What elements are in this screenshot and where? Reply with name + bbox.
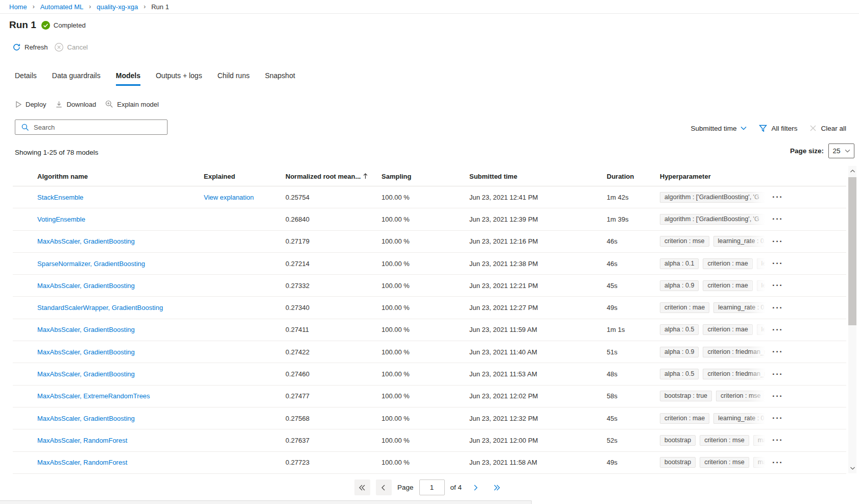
hyperparameter-pill: algorithm : ['GradientBoosting', 'G [660, 192, 770, 203]
submitted-time-filter[interactable]: Submitted time [690, 125, 747, 132]
table-row[interactable]: StackEnsembleView explanation0.25754100.… [13, 186, 846, 208]
sampling-value: 100.00 % [381, 386, 410, 407]
scroll-up-arrow-icon[interactable] [848, 167, 856, 175]
hyperparameter-pill: max [753, 457, 770, 468]
table-row[interactable]: MaxAbsScaler, ExtremeRandomTrees0.274771… [13, 386, 846, 407]
more-options-icon[interactable]: ··· [772, 341, 783, 363]
metric-value: 0.27214 [285, 253, 309, 274]
hyperparameter-pill: bootstrap : true [660, 391, 712, 401]
results-summary: Showing 1-25 of 78 models [15, 149, 99, 156]
search-box[interactable] [15, 119, 168, 135]
more-options-icon[interactable]: ··· [772, 429, 783, 451]
first-page-button[interactable] [354, 479, 370, 495]
tab-snapshot[interactable]: Snapshot [265, 71, 295, 86]
deploy-button[interactable]: Deploy [15, 101, 46, 108]
metric-value: 0.26840 [285, 208, 309, 230]
table-row[interactable]: MaxAbsScaler, GradientBoosting0.27332100… [13, 275, 846, 297]
column-header-normalized-root-mean[interactable]: Normalized root mean... [285, 166, 368, 186]
algorithm-name-link[interactable]: SparseNormalizer, GradientBoosting [37, 253, 145, 274]
table-row[interactable]: StandardScalerWrapper, GradientBoosting0… [13, 297, 846, 319]
hyperparameter-pills: criterion : mselearning_rate : 0.0 [660, 231, 770, 252]
table-row[interactable]: VotingEnsemble0.26840100.00 %Jun 23, 202… [13, 208, 846, 230]
breadcrumb-automated-ml[interactable]: Automated ML [40, 3, 84, 11]
breadcrumb-experiment[interactable]: quality-xg-xga [97, 3, 138, 11]
table-row[interactable]: MaxAbsScaler, GradientBoosting0.27460100… [13, 363, 846, 385]
algorithm-name-link[interactable]: MaxAbsScaler, GradientBoosting [37, 407, 135, 429]
more-options-icon[interactable]: ··· [772, 386, 783, 407]
table-row[interactable]: MaxAbsScaler, GradientBoosting0.27568100… [13, 407, 846, 429]
vertical-scrollbar[interactable] [848, 166, 856, 473]
column-header-sampling[interactable]: Sampling [381, 166, 412, 186]
table-row[interactable]: SparseNormalizer, GradientBoosting0.2721… [13, 253, 846, 275]
hyperparameter-pill: criterion : mae [660, 413, 709, 424]
clear-all-button[interactable]: Clear all [809, 125, 846, 132]
table-header: Algorithm name Explained Normalized root… [13, 166, 846, 186]
tab-models[interactable]: Models [116, 71, 140, 86]
algorithm-name-link[interactable]: MaxAbsScaler, GradientBoosting [37, 231, 135, 252]
view-explanation-link[interactable]: View explanation [204, 186, 254, 208]
metric-value: 0.27637 [285, 429, 309, 451]
algorithm-name-link[interactable]: MaxAbsScaler, ExtremeRandomTrees [37, 386, 150, 407]
algorithm-name-link[interactable]: MaxAbsScaler, RandomForest [37, 429, 127, 451]
algorithm-name-link[interactable]: MaxAbsScaler, RandomForest [37, 452, 127, 473]
breadcrumb-home[interactable]: Home [9, 3, 27, 11]
tab-details[interactable]: Details [15, 71, 37, 86]
more-options-icon[interactable]: ··· [772, 407, 783, 429]
algorithm-name-link[interactable]: StandardScalerWrapper, GradientBoosting [37, 297, 163, 318]
sampling-value: 100.00 % [381, 208, 410, 230]
cancel-button[interactable]: Cancel [55, 43, 88, 52]
more-options-icon[interactable]: ··· [772, 208, 783, 230]
column-header-explained[interactable]: Explained [204, 166, 235, 186]
scroll-down-arrow-icon[interactable] [848, 464, 856, 472]
duration-value: 58s [607, 386, 617, 407]
column-header-submitted-time[interactable]: Submitted time [469, 166, 517, 186]
download-button[interactable]: Download [55, 101, 96, 108]
more-options-icon[interactable]: ··· [772, 452, 783, 473]
vertical-scrollbar-thumb[interactable] [848, 177, 856, 325]
more-options-icon[interactable]: ··· [772, 253, 783, 274]
page-size-value: 25 [832, 147, 840, 155]
tab-child-runs[interactable]: Child runs [218, 71, 250, 86]
all-filters-button[interactable]: All filters [759, 125, 797, 132]
algorithm-name-link[interactable]: VotingEnsemble [37, 208, 85, 230]
duration-value: 46s [607, 231, 617, 252]
more-options-icon[interactable]: ··· [772, 186, 783, 208]
column-header-algorithm-name[interactable]: Algorithm name [37, 166, 88, 186]
more-options-icon[interactable]: ··· [772, 297, 783, 318]
algorithm-name-link[interactable]: MaxAbsScaler, GradientBoosting [37, 341, 135, 363]
more-options-icon[interactable]: ··· [772, 319, 783, 341]
tab-data-guardrails[interactable]: Data guardrails [52, 71, 101, 86]
table-row[interactable]: MaxAbsScaler, GradientBoosting0.27411100… [13, 319, 846, 341]
search-input[interactable] [34, 124, 151, 131]
page-number-input[interactable] [419, 479, 445, 495]
horizontal-scrollbar-thumb[interactable] [0, 500, 532, 504]
submitted-time-filter-label: Submitted time [690, 125, 736, 132]
algorithm-name-link[interactable]: StackEnsemble [37, 186, 83, 208]
table-row[interactable]: MaxAbsScaler, GradientBoosting0.27422100… [13, 341, 846, 363]
submitted-time-value: Jun 23, 2021 12:16 PM [469, 231, 538, 252]
next-page-button[interactable] [467, 479, 483, 495]
last-page-button[interactable] [489, 479, 505, 495]
status-label: Completed [54, 21, 86, 29]
table-row[interactable]: MaxAbsScaler, RandomForest0.27637100.00 … [13, 429, 846, 451]
column-header-hyperparameter[interactable]: Hyperparameter [660, 166, 711, 186]
more-options-icon[interactable]: ··· [772, 231, 783, 252]
page-size-select[interactable]: 25 [828, 143, 854, 158]
explain-model-button[interactable]: Explain model [105, 100, 159, 108]
table-row[interactable]: MaxAbsScaler, GradientBoosting0.27179100… [13, 231, 846, 253]
refresh-button[interactable]: Refresh [13, 43, 48, 51]
column-header-duration[interactable]: Duration [607, 166, 634, 186]
algorithm-name-link[interactable]: MaxAbsScaler, GradientBoosting [37, 319, 135, 341]
sort-ascending-icon [363, 173, 368, 179]
more-options-icon[interactable]: ··· [772, 363, 783, 385]
table-row[interactable]: MaxAbsScaler, RandomForest0.27723100.00 … [13, 452, 846, 474]
algorithm-name-link[interactable]: MaxAbsScaler, GradientBoosting [37, 275, 135, 296]
hyperparameter-pill: learning_rate : 0.0 [713, 236, 770, 247]
metric-value: 0.27340 [285, 297, 309, 318]
tab-outputs-logs[interactable]: Outputs + logs [156, 71, 202, 86]
sampling-value: 100.00 % [381, 319, 410, 341]
algorithm-name-link[interactable]: MaxAbsScaler, GradientBoosting [37, 363, 135, 385]
previous-page-button[interactable] [376, 479, 392, 495]
more-options-icon[interactable]: ··· [772, 275, 783, 296]
page-title: Run 1 [9, 19, 36, 31]
